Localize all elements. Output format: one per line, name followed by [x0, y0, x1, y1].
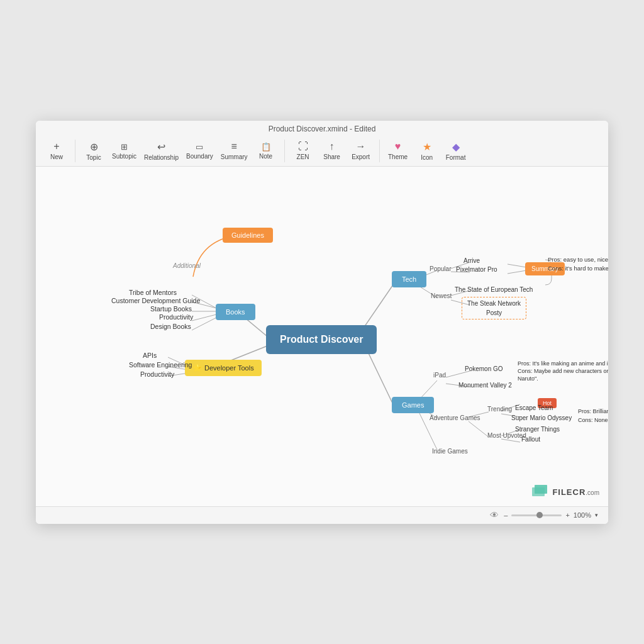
summary-icon: ≡ [231, 141, 237, 152]
arrive[interactable]: Arrive [464, 257, 480, 264]
toolbar-boundary[interactable]: ▭ Boundary [184, 141, 216, 161]
toolbar-export-label: Export [352, 153, 370, 160]
fallout[interactable]: Fallout [521, 436, 540, 443]
toolbar-icon-label: Icon [421, 154, 433, 161]
icon-star-icon: ★ [423, 141, 431, 153]
toolbar-share-label: Share [323, 153, 340, 160]
steak-network[interactable]: The Steak Network [467, 300, 521, 307]
theme-icon: ♥ [395, 141, 401, 152]
app-window: Product Discover.xmind - Edited + New ⊕ … [36, 121, 608, 524]
pixelmator-pro[interactable]: Pixelmator Pro [456, 266, 497, 273]
stranger-things[interactable]: Stranger Things [515, 426, 560, 433]
toolbar-relationship-label: Relationship [144, 154, 179, 161]
dev-tools-label: Developer Tools [204, 364, 254, 372]
note-icon: 📋 [261, 142, 271, 152]
status-bar: 👁 – + 100% ▾ [36, 506, 608, 524]
toolbar-zen[interactable]: ⛶ ZEN [290, 140, 316, 162]
eye-icon: 👁 [490, 510, 499, 520]
toolbar-export[interactable]: → Export [348, 140, 374, 162]
adventure-pros: Pros: Brilliant Multig [578, 408, 608, 414]
watermark: FILECR.com [532, 485, 599, 499]
zoom-controls[interactable]: – + 100% ▾ [504, 511, 598, 519]
central-node[interactable]: Product Discover [266, 325, 377, 354]
newest-label: Newest [431, 292, 452, 299]
zoom-chevron[interactable]: ▾ [595, 512, 598, 518]
adventure-cons: Cons: None [578, 417, 608, 423]
guidelines-node[interactable]: Guidelines [223, 228, 273, 243]
games-label: Games [402, 401, 424, 409]
posty[interactable]: Posty [467, 309, 521, 316]
toolbar-boundary-label: Boundary [186, 153, 213, 160]
toolbar-format-label: Format [446, 154, 466, 161]
toolbar-theme[interactable]: ♥ Theme [385, 140, 411, 162]
design-books[interactable]: Design Books [150, 323, 191, 330]
boundary-icon: ▭ [196, 142, 203, 152]
toolbar-separator-2 [284, 140, 285, 162]
zen-icon: ⛶ [298, 141, 308, 152]
toolbar-topic-label: Topic [86, 154, 101, 161]
svg-line-8 [192, 318, 216, 330]
startup-books[interactable]: Startup Books [150, 305, 192, 313]
mindmap-canvas[interactable]: Guidelines Additional Books Tribe of Men… [36, 167, 608, 506]
books-node[interactable]: Books [216, 304, 255, 320]
toolbar-zen-label: ZEN [297, 153, 309, 160]
filecr-brand: FILECR.com [552, 486, 599, 497]
ipad-label: iPad [433, 372, 446, 379]
toolbar-new-label: New [50, 153, 63, 160]
central-label: Product Discover [280, 334, 363, 345]
tech-cons: Cons: it's hard to make comp [548, 265, 608, 272]
tech-label: Tech [402, 275, 416, 283]
dev-tools-icon: ⭐ [192, 364, 202, 372]
books-productivity[interactable]: Productivity [159, 313, 193, 321]
state-of-european-tech[interactable]: The State of European Tech [455, 286, 533, 293]
svg-rect-32 [535, 485, 547, 494]
toolbar-new[interactable]: + New [43, 140, 70, 162]
svg-line-7 [192, 314, 216, 321]
zoom-plus[interactable]: + [565, 511, 569, 519]
software-engineering[interactable]: Software Engineering [129, 361, 192, 369]
escape-team[interactable]: Escape Team [515, 404, 553, 411]
format-icon: ◆ [452, 141, 460, 153]
indie-games-label[interactable]: Indie Games [432, 448, 468, 455]
title-bar: Product Discover.xmind - Edited + New ⊕ … [36, 121, 608, 167]
additional-label: Additional [173, 262, 201, 269]
window-title: Product Discover.xmind - Edited [36, 125, 608, 133]
toolbar-format[interactable]: ◆ Format [443, 140, 469, 162]
most-upvoted-label: Most Upvoted [487, 432, 526, 439]
toolbar-note-label: Note [259, 153, 272, 160]
games-node[interactable]: Games [392, 397, 434, 413]
trending-label: Trending [487, 406, 512, 413]
toolbar-theme-label: Theme [388, 153, 408, 160]
zoom-slider-thumb[interactable] [536, 512, 543, 518]
ipad-pros: Pros: It's like making an anime and it's… [518, 360, 608, 367]
apis[interactable]: APIs [143, 352, 157, 359]
toolbar-share[interactable]: ↑ Share [319, 140, 345, 162]
toolbar-note[interactable]: 📋 Note [253, 141, 279, 161]
toolbar-separator-3 [379, 140, 380, 162]
toolbar-relationship[interactable]: ↩ Relationship [142, 140, 181, 162]
monument-valley-2[interactable]: Monument Valley 2 [458, 382, 512, 389]
toolbar-subtopic[interactable]: ⊞ Subtopic [109, 141, 139, 161]
ipad-cons2: Naruto". [518, 375, 538, 382]
zoom-minus[interactable]: – [504, 511, 508, 519]
zoom-slider[interactable] [511, 514, 562, 516]
dev-productivity[interactable]: Productivity [140, 370, 174, 378]
zoom-level: 100% [574, 511, 591, 519]
tech-node[interactable]: Tech [392, 271, 426, 287]
pokemon-go[interactable]: Pokemon GO [465, 365, 503, 372]
svg-line-30 [501, 439, 520, 442]
tribe-of-mentors[interactable]: Tribe of Mentors [129, 289, 177, 296]
developer-tools-node[interactable]: ⭐ Developer Tools [185, 360, 262, 376]
toolbar-subtopic-label: Subtopic [112, 153, 136, 160]
toolbar-topic[interactable]: ⊕ Topic [80, 140, 107, 162]
filecr-logo [532, 485, 550, 499]
popular-label: Popular [430, 265, 451, 272]
export-icon: → [356, 141, 366, 152]
adventure-games-label: Adventure Games [430, 414, 480, 421]
toolbar-icon-btn[interactable]: ★ Icon [414, 140, 440, 162]
books-label: Books [226, 308, 245, 316]
super-mario-odyssey[interactable]: Super Mario Odyssey [511, 414, 572, 421]
customer-dev-guide[interactable]: Customer Development Guide [111, 297, 200, 304]
toolbar-summary[interactable]: ≡ Summary [218, 140, 250, 162]
toolbar: + New ⊕ Topic ⊞ Subtopic ↩ Relationship … [36, 137, 608, 166]
